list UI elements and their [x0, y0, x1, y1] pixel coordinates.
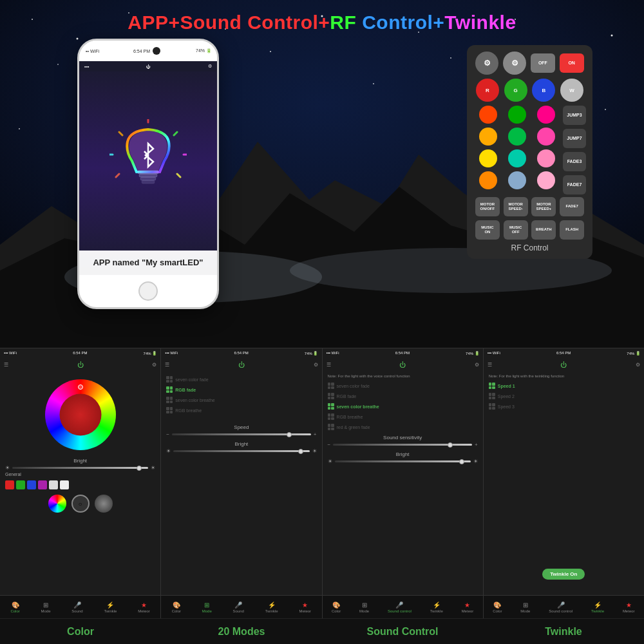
- sound-mode-rgb-breathe[interactable]: RGB breathe: [328, 412, 478, 422]
- remote-btn-green[interactable]: G: [504, 79, 527, 102]
- mini-tab-twinkle-4[interactable]: ⚡ Twinkle: [591, 601, 604, 613]
- remote-btn-on[interactable]: ON: [560, 53, 584, 73]
- remote-btn-music-on[interactable]: MUSICON: [475, 220, 500, 240]
- twinkle-mode-speed1[interactable]: Speed 1: [489, 381, 639, 391]
- swatch-light[interactable]: [60, 480, 69, 489]
- mini-gear-icon[interactable]: ⚙: [152, 362, 156, 368]
- mini-tab-meteor-2[interactable]: ★ Meteor: [299, 601, 311, 613]
- remote-btn-white[interactable]: W: [560, 79, 583, 102]
- remote-btn-fade7b[interactable]: FADE7: [560, 197, 584, 216]
- mini-tab-color[interactable]: 🎨 Color: [10, 601, 19, 613]
- preset-ring[interactable]: ○: [71, 495, 90, 513]
- mini-menu-icon-2[interactable]: ☰: [165, 362, 169, 368]
- remote-color-btn[interactable]: [508, 149, 526, 167]
- swatch-blue[interactable]: [27, 480, 36, 489]
- minus-icon-2[interactable]: −: [328, 442, 331, 448]
- remote-btn-motor-speed-down[interactable]: MOTORSPEED-: [504, 197, 528, 216]
- bright-slider-3[interactable]: ☀ ☀: [328, 459, 478, 464]
- mini-tab-color-3[interactable]: 🎨 Color: [332, 601, 341, 613]
- remote-btn-gear2[interactable]: ⚙: [503, 52, 526, 75]
- remote-color-btn[interactable]: [508, 128, 526, 146]
- remote-btn-fade7[interactable]: FADE7: [563, 175, 586, 194]
- preset-gray[interactable]: [95, 495, 113, 513]
- mini-gear-icon-2[interactable]: ⚙: [314, 362, 318, 368]
- mini-tab-color-2[interactable]: 🎨 Color: [172, 601, 181, 613]
- mini-menu-icon[interactable]: ☰: [4, 362, 8, 368]
- swatch-white[interactable]: [49, 480, 58, 489]
- twinkle-toggle-btn[interactable]: Twinkle On: [542, 569, 585, 580]
- remote-color-btn[interactable]: [479, 149, 497, 167]
- minus-icon[interactable]: −: [166, 431, 169, 437]
- remote-btn-jump3[interactable]: JUMP3: [563, 106, 586, 125]
- remote-btn-motor-onoff[interactable]: MOTORON/OFF: [475, 197, 500, 216]
- swatch-purple[interactable]: [38, 480, 47, 489]
- mini-tab-color-4[interactable]: 🎨 Color: [493, 601, 502, 613]
- remote-color-btn[interactable]: [537, 171, 555, 189]
- mini-tab-twinkle-3[interactable]: ⚡ Twinkle: [430, 601, 443, 613]
- plus-icon[interactable]: +: [314, 431, 317, 437]
- twinkle-mode-speed3[interactable]: Speed 3: [489, 401, 639, 412]
- mini-gear-icon-3[interactable]: ⚙: [475, 362, 479, 368]
- mini-tab-meteor-4[interactable]: ★ Meteor: [623, 601, 635, 613]
- twinkle-mode-speed2[interactable]: Speed 2: [489, 391, 639, 401]
- remote-btn-flash[interactable]: FLASH: [560, 220, 584, 240]
- remote-btn-blue[interactable]: B: [532, 79, 555, 102]
- mini-gear-icon-4[interactable]: ⚙: [636, 362, 640, 368]
- remote-btn-fade3[interactable]: FADE3: [563, 152, 586, 171]
- remote-color-btn[interactable]: [479, 171, 497, 189]
- mini-tab-mode-4[interactable]: ⊞ Mode: [520, 601, 530, 613]
- preset-rainbow[interactable]: [48, 495, 66, 513]
- mini-tab-sound-2[interactable]: 🎤 Sound: [233, 601, 244, 613]
- mini-tab-sound[interactable]: 🎤 Sound: [71, 601, 82, 613]
- mini-power-icon-2[interactable]: ⏻: [238, 361, 245, 368]
- swatch-green[interactable]: [16, 480, 25, 489]
- mini-tab-twinkle-2[interactable]: ⚡ Twinkle: [265, 601, 278, 613]
- twinkle-note: Note: For the light with the twinkling f…: [489, 374, 639, 378]
- mini-power-icon-4[interactable]: ⏻: [560, 361, 567, 368]
- phone-home-button[interactable]: [138, 281, 158, 301]
- mini-menu-icon-4[interactable]: ☰: [488, 362, 492, 368]
- mode-item-rgb-fade[interactable]: RGB fade: [166, 384, 316, 395]
- mini-tab-mode-2[interactable]: ⊞ Mode: [202, 601, 212, 613]
- remote-btn-motor-speed-up[interactable]: MOTORSPEED+: [531, 197, 556, 216]
- mode-item-seven-fade[interactable]: seven color fade: [166, 374, 316, 384]
- mini-tab-mode-3[interactable]: ⊞ Mode: [359, 601, 369, 613]
- remote-color-btn[interactable]: [508, 171, 526, 189]
- sensitivity-slider[interactable]: − +: [328, 442, 478, 448]
- bright-slider[interactable]: ☀ ☀: [5, 465, 155, 471]
- mini-tab-sound-3[interactable]: 🎤 Sound control: [388, 601, 412, 613]
- mini-tab-twinkle[interactable]: ⚡ Twinkle: [104, 601, 117, 613]
- mode-item-seven-breathe[interactable]: seven color breathe: [166, 395, 316, 405]
- sound-mode-red-green[interactable]: red & green fade: [328, 422, 478, 432]
- sound-mode-seven-breathe[interactable]: seven color breathe: [328, 401, 478, 412]
- remote-color-btn[interactable]: [508, 106, 526, 124]
- remote-btn-off[interactable]: OFF: [531, 53, 555, 73]
- plus-icon-2[interactable]: +: [475, 442, 478, 448]
- speed-slider[interactable]: − +: [166, 431, 316, 437]
- sound-icon-4: [328, 413, 334, 420]
- mini-tab-sound-4[interactable]: 🎤 Sound control: [549, 601, 573, 613]
- mini-power-icon-3[interactable]: ⏻: [399, 361, 406, 368]
- remote-btn-breath[interactable]: BREATH: [531, 220, 556, 240]
- sound-mode-seven-fade[interactable]: seven color fade: [328, 381, 478, 391]
- remote-btn-red[interactable]: R: [476, 79, 499, 102]
- sound-label-seven-breathe: seven color breathe: [337, 404, 379, 409]
- remote-btn-gear1[interactable]: ⚙: [475, 52, 498, 75]
- mini-tab-meteor-3[interactable]: ★ Meteor: [462, 601, 474, 613]
- remote-color-btn[interactable]: [479, 128, 497, 146]
- mini-menu-icon-3[interactable]: ☰: [327, 362, 331, 368]
- mini-power-icon[interactable]: ⏻: [77, 361, 84, 368]
- remote-color-btn[interactable]: [479, 106, 497, 124]
- mini-tab-mode[interactable]: ⊞ Mode: [41, 601, 50, 613]
- bright-slider-2[interactable]: ☀ ☀: [166, 448, 316, 454]
- sound-mode-rgb-fade[interactable]: RGB fade: [328, 391, 478, 401]
- remote-btn-jump7[interactable]: JUMP7: [563, 129, 586, 148]
- swatch-red[interactable]: [5, 480, 14, 489]
- remote-color-btn[interactable]: [537, 106, 555, 124]
- remote-color-btn[interactable]: [537, 128, 555, 146]
- remote-btn-music-off[interactable]: MUSICOFF: [504, 220, 528, 240]
- color-wheel[interactable]: [45, 379, 116, 450]
- remote-color-btn[interactable]: [537, 149, 555, 167]
- mode-item-rgb-breathe[interactable]: RGB breathe: [166, 405, 316, 415]
- mini-tab-meteor[interactable]: ★ Meteor: [138, 601, 150, 613]
